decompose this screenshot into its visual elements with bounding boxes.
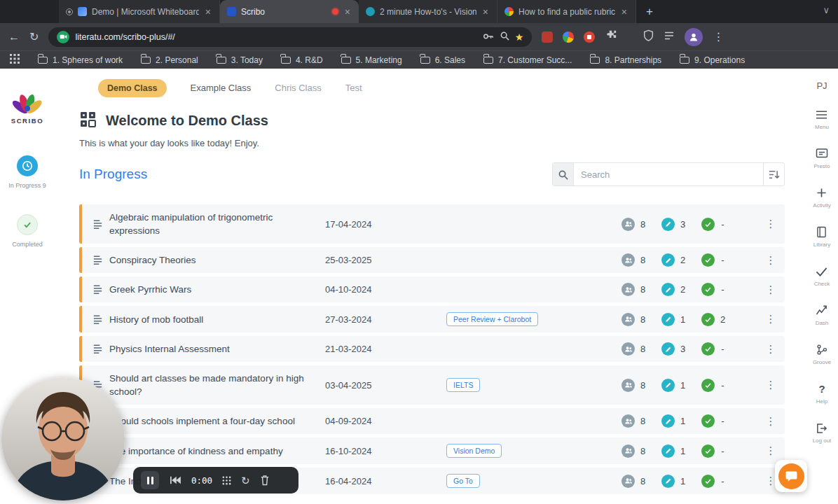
tab-label: Demo | Microsoft Whiteboard	[92, 7, 199, 17]
bookmark-folder[interactable]: 3. Today	[217, 55, 263, 65]
badges: 8 3 -	[606, 218, 726, 231]
row-menu-kebab-icon[interactable]: ⋮	[764, 284, 778, 296]
assignment-row[interactable]: Physics Internal Assessment 21-03-2024 8…	[79, 336, 785, 362]
class-tab-test[interactable]: Test	[345, 83, 362, 93]
bookmark-folder[interactable]: 2. Personal	[141, 55, 198, 65]
extension-icon[interactable]	[563, 31, 574, 43]
assignment-tag[interactable]: Vision Demo	[446, 444, 502, 458]
assignment-row[interactable]: Should art classes be made mandatory in …	[79, 365, 785, 405]
sidebar-completed-button[interactable]: Completed	[12, 214, 43, 248]
assignment-tag[interactable]: Peer Review + Clarobot	[446, 312, 538, 326]
row-menu-kebab-icon[interactable]: ⋮	[764, 313, 778, 326]
key-icon[interactable]	[483, 31, 494, 43]
close-icon[interactable]: ×	[620, 7, 628, 17]
assignment-row[interactable]: History of mob football 27-03-2024 Peer …	[79, 306, 785, 332]
pencil-icon	[661, 218, 675, 231]
rewind-button[interactable]	[169, 475, 181, 485]
scribo-app: SCRIBO In Progress 9 Completed PJ	[0, 69, 838, 504]
drag-grid-icon[interactable]	[222, 476, 231, 485]
assignment-row[interactable]: Algebraic manipulation of trigonometric …	[79, 204, 785, 244]
assignment-row[interactable]: Greek Pyrrhic Wars 04-10-2024 8 2 - ⋮	[79, 276, 785, 302]
row-menu-kebab-icon[interactable]: ⋮	[764, 343, 778, 356]
new-tab-button[interactable]: +	[646, 5, 653, 19]
tab-rubric[interactable]: How to find a public rubric (e ×	[497, 0, 636, 23]
assignment-row[interactable]: Should schools implement a four-day scho…	[79, 408, 785, 434]
apps-grid-icon[interactable]	[10, 54, 20, 66]
assignment-row[interactable]: Conspiracy Theories 25-03-2025 8 2 - ⋮	[79, 247, 785, 273]
bookmark-folder[interactable]: 6. Sales	[420, 55, 465, 65]
close-icon[interactable]: ×	[204, 7, 212, 17]
reading-list-icon[interactable]	[664, 31, 675, 43]
reload-button[interactable]: ↻	[29, 31, 39, 43]
close-icon[interactable]: ×	[481, 7, 490, 17]
restart-button[interactable]: ↻	[241, 475, 250, 486]
tab-scribo-active[interactable]: Scribo ×	[220, 0, 359, 23]
profile-avatar[interactable]	[685, 28, 703, 46]
profile-initials[interactable]: PJ	[816, 80, 827, 91]
row-menu-kebab-icon[interactable]: ⋮	[764, 218, 778, 230]
chat-fab-card	[775, 460, 807, 492]
class-tabs: Demo Class Example Class Chris Class Tes…	[98, 78, 785, 97]
tab-search-caret-icon[interactable]: ∨	[823, 5, 830, 15]
bookmark-folder[interactable]: 9. Operations	[680, 55, 745, 65]
assignment-tag[interactable]: IELTS	[446, 378, 480, 392]
pause-button[interactable]	[141, 471, 159, 489]
search-icon[interactable]	[553, 163, 574, 186]
scribo-logo-icon	[12, 90, 43, 115]
bookmark-folder[interactable]: 4. R&D	[281, 55, 323, 65]
row-menu-kebab-icon[interactable]: ⋮	[764, 379, 778, 391]
scribo-logo[interactable]: SCRIBO	[11, 90, 44, 125]
site-camera-icon	[57, 31, 69, 43]
sort-icon[interactable]	[763, 163, 784, 186]
search-input[interactable]	[574, 163, 763, 186]
assignment-row[interactable]: The importance of kindness and empathy 1…	[79, 438, 785, 464]
assignment-tag[interactable]: Go To	[446, 474, 480, 488]
bookmark-folder[interactable]: 8. Partnerships	[590, 55, 661, 65]
chat-bubble-button[interactable]	[778, 463, 804, 489]
extension-icon[interactable]	[584, 31, 595, 43]
bookmark-folder[interactable]: 5. Marketing	[341, 55, 402, 65]
extensions-puzzle-icon[interactable]	[605, 29, 617, 44]
recorder-toolbar[interactable]: 0:00 ↻	[133, 467, 298, 493]
sidebar-item-menu[interactable]: Menu	[815, 108, 829, 130]
address-bar[interactable]: literatu.com/scribo-plus/#/ ★	[48, 27, 532, 47]
class-tab-example[interactable]: Example Class	[191, 83, 252, 93]
scribo-favicon	[227, 7, 236, 16]
sidebar-item-presto[interactable]: Presto	[813, 147, 830, 169]
pencil-icon	[661, 444, 675, 458]
row-menu-kebab-icon[interactable]: ⋮	[764, 444, 778, 457]
sidebar-in-progress-button[interactable]: In Progress 9	[8, 155, 46, 189]
sidebar-item-library[interactable]: Library	[813, 225, 830, 248]
group-icon	[621, 342, 635, 356]
tab-whiteboard[interactable]: Demo | Microsoft Whiteboard ×	[59, 0, 220, 23]
badges: 8 3 -	[606, 342, 726, 356]
delete-recording-button[interactable]	[260, 475, 270, 486]
sidebar-item-activity[interactable]: Activity	[813, 186, 830, 209]
browser-menu-kebab-icon[interactable]: ⋮	[713, 31, 724, 43]
tab-howtos[interactable]: 2 minute How-to's - Vision ×	[359, 0, 497, 23]
pencil-icon	[661, 342, 675, 356]
shield-icon[interactable]	[643, 29, 654, 44]
sidebar-item-check[interactable]: Check	[814, 265, 830, 287]
search-box	[552, 162, 785, 186]
pencil-icon	[661, 475, 675, 488]
class-tab-chris[interactable]: Chris Class	[275, 83, 321, 93]
extension-icon[interactable]	[542, 31, 553, 43]
bookmark-folder[interactable]: 1. Spheres of work	[38, 55, 123, 65]
assignment-title: History of mob football	[109, 313, 325, 326]
row-menu-kebab-icon[interactable]: ⋮	[764, 254, 778, 267]
back-button[interactable]: ←	[8, 31, 20, 43]
bookmark-folder[interactable]: 7. Customer Succ...	[483, 55, 572, 65]
bookmark-star-icon[interactable]: ★	[515, 31, 524, 43]
close-icon[interactable]: ×	[343, 7, 352, 17]
welcome-header: Welcome to Demo Class	[79, 111, 785, 131]
class-tab-demo[interactable]: Demo Class	[98, 79, 167, 97]
webcam-overlay[interactable]	[1, 377, 125, 500]
search-in-page-icon[interactable]	[500, 31, 509, 43]
check-circle-icon	[17, 214, 38, 235]
sidebar-item-logout[interactable]: Log out	[813, 421, 832, 444]
sidebar-item-help[interactable]: ? Help	[816, 382, 827, 405]
sidebar-item-groove[interactable]: Groove	[813, 343, 831, 365]
row-menu-kebab-icon[interactable]: ⋮	[764, 415, 778, 428]
sidebar-item-dash[interactable]: Dash	[816, 304, 829, 326]
